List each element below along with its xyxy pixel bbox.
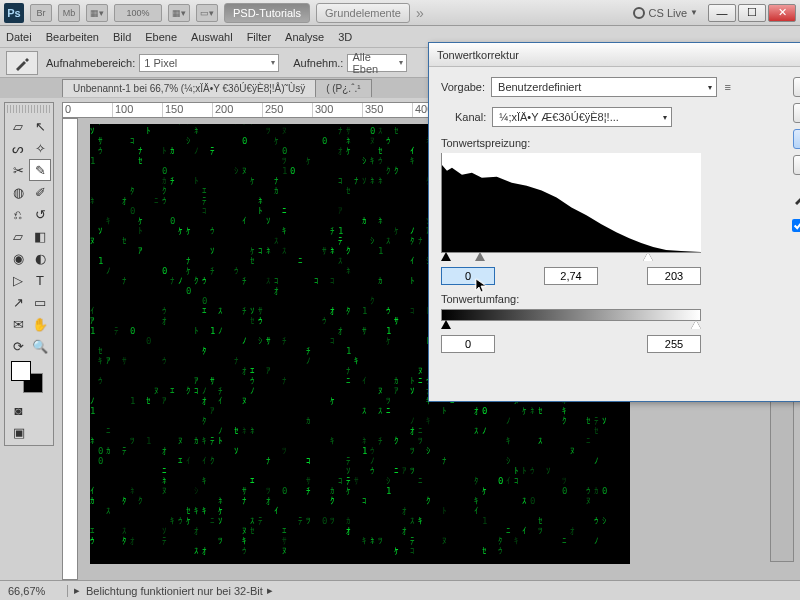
view-chip-2[interactable]: ▦▾: [168, 4, 190, 22]
stamp-tool[interactable]: ⎌: [7, 203, 29, 225]
dialog-title[interactable]: Tonwertkorrektur: [429, 43, 800, 67]
output-white-field[interactable]: [647, 335, 701, 353]
options-button[interactable]: Optionen: [793, 155, 800, 175]
ps-app-icon: Ps: [4, 3, 24, 23]
hand-tool[interactable]: ✋: [29, 313, 51, 335]
menu-bearbeiten[interactable]: Bearbeiten: [46, 31, 99, 43]
output-black-field[interactable]: [441, 335, 495, 353]
maximize-button[interactable]: ☐: [738, 4, 766, 22]
ruler-vertical: [62, 118, 78, 580]
marquee-tool[interactable]: ↖: [29, 115, 51, 137]
channel-select[interactable]: ¼;xÏÄ•Y Æ€3ôÚ€ÿÈ8¦!...: [492, 107, 672, 127]
channel-label: Kanal:: [455, 111, 486, 123]
menu-datei[interactable]: Datei: [6, 31, 32, 43]
quickmask-toggle[interactable]: ◙: [7, 399, 30, 421]
toolbox-handle[interactable]: [7, 105, 51, 113]
eraser-tool[interactable]: ▱: [7, 225, 29, 247]
status-message: Belichtung funktioniert nur bei 32-Bit: [86, 585, 263, 597]
input-gamma-field[interactable]: [544, 267, 598, 285]
cslive-label: CS Live: [649, 7, 688, 19]
sample-label: Aufnahmebereich:: [46, 57, 135, 69]
toolbox: ▱↖ ᔕ✧ ✂✎ ◍✐ ⎌↺ ▱◧ ◉◐ ▷T ↗▭ ✉✋ ⟳🔍 ◙ ▣: [4, 102, 54, 446]
brush-tool[interactable]: ✐: [29, 181, 51, 203]
color-swatches[interactable]: [11, 361, 43, 393]
screenmode-toggle[interactable]: ▣: [7, 421, 30, 443]
menu-analyse[interactable]: Analyse: [285, 31, 324, 43]
white-point-handle[interactable]: [643, 252, 653, 261]
move-tool[interactable]: ▱: [7, 115, 29, 137]
notes-tool[interactable]: ✉: [7, 313, 29, 335]
eyedropper-tool[interactable]: ✎: [29, 159, 51, 181]
view-chip-1[interactable]: ▦▾: [86, 4, 108, 22]
gamma-handle[interactable]: [475, 252, 485, 261]
screen-mode-chip[interactable]: ▭▾: [196, 4, 218, 22]
layer-sample-label: Aufnehm.:: [293, 57, 343, 69]
output-slider[interactable]: [441, 321, 701, 331]
workspace-tab-active[interactable]: PSD-Tutorials: [224, 3, 310, 23]
levels-dialog: Tonwertkorrektur Vorgabe: Benutzerdefini…: [428, 42, 800, 402]
blur-tool[interactable]: ◉: [7, 247, 29, 269]
input-levels-label: Tonwertspreizung:: [441, 137, 731, 149]
zoom-field[interactable]: 100%: [114, 4, 162, 22]
document-tab[interactable]: ( (P¿.ˆ.¹: [315, 79, 371, 97]
preview-checkbox[interactable]: Vorschau: [792, 219, 800, 232]
input-slider[interactable]: [441, 253, 701, 263]
preset-select[interactable]: Benutzerdefiniert: [491, 77, 717, 97]
out-black-handle[interactable]: [441, 320, 451, 329]
titlebar: Ps Br Mb ▦▾ 100% ▦▾ ▭▾ PSD-Tutorials Gru…: [0, 0, 800, 26]
foreground-swatch[interactable]: [11, 361, 31, 381]
path-tool[interactable]: ↗: [7, 291, 29, 313]
heal-tool[interactable]: ◍: [7, 181, 29, 203]
history-brush-tool[interactable]: ↺: [29, 203, 51, 225]
sample-select[interactable]: 1 Pixel: [139, 54, 279, 72]
bridge-chip[interactable]: Br: [30, 4, 52, 22]
input-black-field[interactable]: [441, 267, 495, 285]
preset-menu-icon[interactable]: ≡: [725, 81, 731, 93]
status-zoom[interactable]: 66,67%: [8, 585, 68, 597]
zoom-tool[interactable]: 🔍: [29, 335, 51, 357]
lasso-tool[interactable]: ᔕ: [7, 137, 29, 159]
menu-filter[interactable]: Filter: [247, 31, 271, 43]
ok-button[interactable]: OK: [793, 77, 800, 97]
workspace-tab[interactable]: Grundelemente: [316, 3, 410, 23]
minibridge-chip[interactable]: Mb: [58, 4, 80, 22]
type-tool[interactable]: T: [29, 269, 51, 291]
menu-bild[interactable]: Bild: [113, 31, 131, 43]
dodge-tool[interactable]: ◐: [29, 247, 51, 269]
black-eyedropper-icon[interactable]: [793, 189, 800, 205]
cancel-button[interactable]: Abbrech: [793, 103, 800, 123]
input-white-field[interactable]: [647, 267, 701, 285]
photoshop-window: Ps Br Mb ▦▾ 100% ▦▾ ▭▾ PSD-Tutorials Gru…: [0, 0, 800, 600]
shape-tool[interactable]: ▭: [29, 291, 51, 313]
menu-ebene[interactable]: Ebene: [145, 31, 177, 43]
document-tab-active[interactable]: Unbenannt-1 bei 66,7% (¼;xÏÄ•Y €3ôÚ€ÿÈ8¦…: [62, 79, 316, 97]
statusbar: 66,67% ▸ Belichtung funktioniert nur bei…: [0, 580, 800, 600]
more-icon[interactable]: »: [416, 5, 424, 21]
preset-label: Vorgabe:: [441, 81, 485, 93]
output-levels-label: Tonwertumfang:: [441, 293, 731, 305]
black-point-handle[interactable]: [441, 252, 451, 261]
minimize-button[interactable]: —: [708, 4, 736, 22]
crop-tool[interactable]: ✂: [7, 159, 29, 181]
histogram: [441, 153, 701, 253]
output-gradient[interactable]: [441, 309, 701, 321]
eyedropper-group: [793, 189, 800, 205]
rotate-tool[interactable]: ⟳: [7, 335, 29, 357]
menu-auswahl[interactable]: Auswahl: [191, 31, 233, 43]
pen-tool[interactable]: ▷: [7, 269, 29, 291]
layer-sample-select[interactable]: Alle Eben: [347, 54, 407, 72]
menu-3d[interactable]: 3D: [338, 31, 352, 43]
out-white-handle[interactable]: [691, 320, 701, 329]
auto-button[interactable]: Auto: [793, 129, 800, 149]
current-tool-icon[interactable]: [6, 51, 38, 75]
gradient-tool[interactable]: ◧: [29, 225, 51, 247]
cslive-button[interactable]: CS Live▼: [633, 7, 698, 19]
close-button[interactable]: ✕: [768, 4, 796, 22]
wand-tool[interactable]: ✧: [29, 137, 51, 159]
